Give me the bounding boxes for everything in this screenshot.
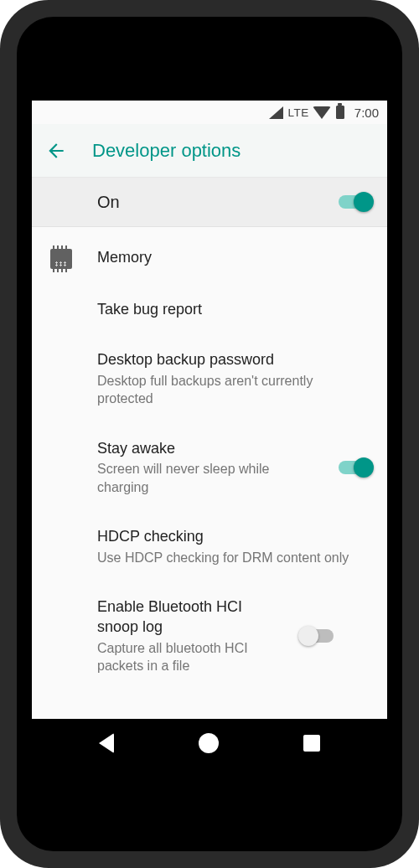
master-switch-label: On	[97, 193, 120, 212]
network-type: LTE	[288, 106, 309, 119]
item-subtitle: Capture all bluetooth HCI packets in a f…	[97, 639, 275, 675]
cell-signal-icon	[269, 106, 283, 119]
master-switch-toggle[interactable]	[339, 195, 372, 209]
nav-home-button[interactable]	[199, 733, 219, 753]
back-button[interactable]	[45, 140, 67, 162]
list-item-hdcp-checking[interactable]: HDCP checking Use HDCP checking for DRM …	[32, 511, 387, 581]
item-subtitle: Desktop full backups aren't currently pr…	[97, 372, 332, 408]
settings-list: Memory Take bug report Desktop backup pa…	[32, 227, 387, 690]
list-item-bug-report[interactable]: Take bug report	[32, 284, 387, 334]
status-bar: LTE 7:00	[32, 101, 387, 124]
list-item-desktop-backup-password[interactable]: Desktop backup password Desktop full bac…	[32, 334, 387, 422]
chip-icon	[50, 249, 72, 269]
list-item-bluetooth-hci-snoop[interactable]: Enable Bluetooth HCI snoop log Capture a…	[32, 581, 387, 690]
nav-recents-button[interactable]	[303, 735, 320, 752]
stay-awake-toggle[interactable]	[339, 461, 372, 474]
navigation-bar	[32, 719, 387, 767]
list-item-memory[interactable]: Memory	[32, 232, 387, 284]
list-item-stay-awake[interactable]: Stay awake Screen will never sleep while…	[32, 423, 387, 511]
arrow-back-icon	[45, 140, 67, 162]
item-title: Stay awake	[97, 438, 313, 458]
clock: 7:00	[354, 106, 379, 120]
battery-icon	[336, 106, 344, 119]
nav-back-button[interactable]	[99, 733, 114, 753]
master-switch-row[interactable]: On	[32, 178, 387, 227]
item-subtitle: Screen will never sleep while charging	[97, 460, 313, 496]
item-title: Memory	[97, 247, 365, 267]
item-title: Desktop backup password	[97, 349, 365, 369]
bt-hci-snoop-toggle[interactable]	[300, 629, 334, 643]
wifi-icon	[313, 106, 331, 119]
phone-frame: LTE 7:00 Developer options On	[0, 0, 419, 868]
screen: LTE 7:00 Developer options On	[32, 101, 387, 767]
item-subtitle: Use HDCP checking for DRM content only	[97, 549, 365, 567]
phone-bezel: LTE 7:00 Developer options On	[17, 17, 402, 851]
page-title: Developer options	[92, 140, 241, 162]
item-title: HDCP checking	[97, 526, 365, 546]
item-title: Enable Bluetooth HCI snoop log	[97, 597, 275, 638]
app-bar: Developer options	[32, 124, 387, 178]
item-title: Take bug report	[97, 299, 365, 319]
